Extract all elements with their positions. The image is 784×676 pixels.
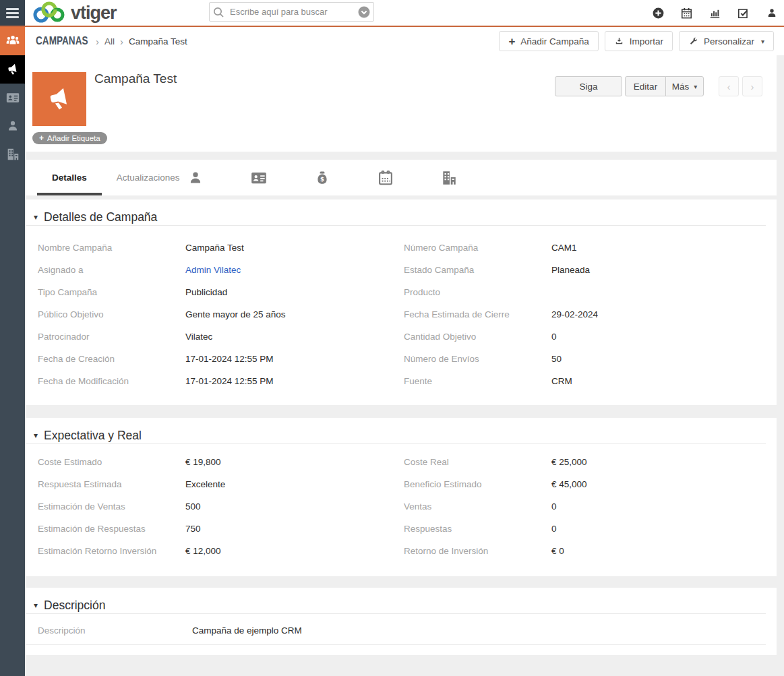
field-value: € 45,000 [551,479,777,489]
contact-card-icon [5,90,20,105]
field-value: 17-01-2024 12:55 PM [185,354,404,364]
collapse-caret-icon[interactable]: ▾ [34,431,38,440]
search-input[interactable] [227,7,355,17]
field-row: Descripción Campaña de ejemplo CRM [26,617,766,645]
field-value: 500 [185,501,404,512]
field-label: Coste Real [404,457,551,467]
field-row: Estimación de Ventas 500 Ventas 0 [26,495,777,518]
wrench-icon [688,36,698,47]
tab-updates[interactable]: Actualizaciones [102,160,195,195]
collapse-caret-icon[interactable]: ▾ [34,212,38,222]
megaphone-icon [44,84,74,114]
section-title: Detalles de Campaña [44,210,157,224]
collapse-caret-icon[interactable]: ▾ [34,601,38,610]
field-value: € 19,800 [185,457,404,467]
field-row: Coste Estimado € 19,800 Coste Real € 25,… [26,451,777,473]
sidebar-item-contacts-group[interactable] [0,27,25,55]
field-label: Beneficio Estimado [404,479,551,489]
field-value: € 12,000 [185,546,404,556]
field-value: Vilatec [185,332,404,342]
tab-leads[interactable] [227,160,291,195]
field-value: Planeada [551,265,777,275]
breadcrumb-item-all[interactable]: All [104,36,115,47]
building-icon [5,147,20,162]
field-row: Respuesta Estimada Excelente Beneficio E… [26,473,777,495]
follow-button[interactable]: Siga [555,76,622,96]
sidebar-item-leads[interactable] [0,84,25,112]
people-group-icon [5,34,21,49]
section-expectations: ▾ Expectativa y Real Coste Estimado € 19… [26,418,777,576]
record-actions: Siga Editar Más ▾ ‹ › [555,76,762,96]
breadcrumb-module[interactable]: CAMPANAS [36,34,88,48]
user-profile-icon[interactable] [765,7,778,20]
field-label: Fecha Estimada de Cierre [404,309,551,319]
field-label: Fecha de Modificación [38,376,185,386]
tab-activities[interactable] [354,160,417,195]
calendar-icon [377,169,394,187]
breadcrumb-bar: CAMPANAS › All › Campaña Test + Añadir C… [25,27,784,55]
next-record-button[interactable]: › [742,76,762,96]
field-label: Estado Campaña [404,265,551,275]
chevron-right-icon: › [96,36,99,47]
field-row: Asignado a Admin Vilatec Estado Campaña … [26,259,777,281]
import-button[interactable]: Importar [605,31,673,51]
search-options-chevron-icon[interactable] [355,5,373,19]
tab-opportunities[interactable]: $ [291,160,354,195]
field-label: Retorno de Inversión [404,546,551,556]
field-value: 50 [551,354,777,364]
section-header: ▾ Detalles de Campaña [26,199,777,225]
more-button[interactable]: Más ▾ [665,76,704,96]
search-icon [210,4,227,20]
top-bar: vtiger [0,0,784,27]
tab-details[interactable]: Detalles [37,160,102,195]
hamburger-menu-icon[interactable] [0,0,25,26]
record-title: Campaña Test [94,71,177,86]
svg-text:$: $ [320,176,324,183]
field-value: 0 [551,332,777,342]
field-label: Ventas [404,501,551,512]
calendar-icon[interactable] [680,7,693,20]
plus-icon: + [508,36,515,47]
edit-button[interactable]: Editar [625,76,666,96]
previous-record-button[interactable]: ‹ [719,76,739,96]
reports-chart-icon[interactable] [708,7,721,20]
add-tag-button[interactable]: + Añadir Etiqueta [32,132,107,144]
tab-organizations[interactable] [417,160,481,195]
field-value: 29-02-2024 [551,309,777,319]
section-title: Expectativa y Real [44,429,142,443]
field-label: Producto [404,287,551,297]
sidebar-item-contacts[interactable] [0,112,25,140]
contact-card-icon [250,169,268,187]
field-row: Estimación Retorno Inversión € 12,000 Re… [26,540,777,562]
field-label: Patrocinador [38,332,185,342]
field-label: Número de Envíos [404,354,551,364]
section-title: Descripción [44,598,105,613]
add-campaign-button[interactable]: + Añadir Campaña [499,31,598,51]
field-row: Público Objetivo Gente mayor de 25 años … [26,303,777,326]
field-label: Público Objetivo [38,309,185,319]
section-header: ▾ Expectativa y Real [26,418,777,443]
section-campaign-details: ▾ Detalles de Campaña Nombre Campaña Cam… [26,199,777,405]
field-value: 0 [551,524,777,534]
field-rows: Nombre Campaña Campaña Test Número Campa… [26,226,777,392]
field-label: Asignado a [38,265,185,275]
field-value: Publicidad [185,287,404,297]
sidebar-item-organizations[interactable] [0,140,25,168]
sidebar-item-campaigns[interactable] [0,55,25,84]
customize-button[interactable]: Personalizar ▾ [679,31,774,51]
quick-create-icon[interactable] [652,7,665,20]
field-value: Excelente [185,479,404,489]
field-label: Coste Estimado [38,457,185,467]
breadcrumb-item-record: Campaña Test [129,36,187,47]
field-rows: Coste Estimado € 19,800 Coste Real € 25,… [26,444,777,562]
vtiger-logo[interactable]: vtiger [31,1,117,25]
field-value: Campaña de ejemplo CRM [192,625,766,636]
caret-down-icon: ▾ [761,38,764,45]
tab-strip: Detalles Actualizaciones $ [26,160,777,195]
app-sidebar [0,27,25,676]
assigned-user-link[interactable]: Admin Vilatec [185,265,404,275]
field-row: Patrocinador Vilatec Cantidad Objetivo 0 [26,326,777,348]
field-label: Tipo Campaña [38,287,185,297]
field-value: € 25,000 [551,457,777,467]
tasks-checkbox-icon[interactable] [737,7,750,20]
